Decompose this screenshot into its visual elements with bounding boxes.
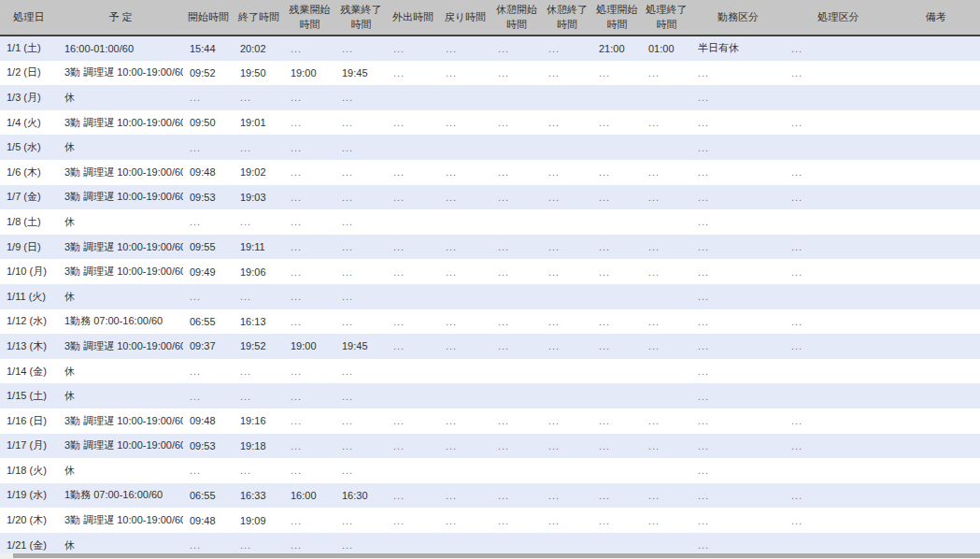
cell-ot_start: ...: [284, 160, 335, 185]
cell-biko: [892, 359, 980, 384]
cell-back: [439, 458, 491, 483]
scrollbar-thumb[interactable]: [13, 553, 980, 558]
cell-proc_end: [642, 135, 691, 160]
cell-end: 19:52: [234, 334, 284, 359]
cell-proc_end: [642, 209, 691, 235]
cell-kinmu: ...: [691, 209, 785, 235]
cell-biko: [892, 185, 980, 210]
column-header-yotei: 予 定: [58, 0, 183, 36]
cell-end: 19:01: [234, 110, 284, 136]
cell-ot_end: ...: [335, 85, 387, 110]
cell-ot_start: ...: [284, 359, 335, 384]
cell-proc_end: ...: [642, 309, 691, 335]
table-row[interactable]: 1/9 (日)3勤 調理遅 10:00-19:00/6009:5519:11..…: [0, 235, 980, 260]
column-header-proc_start: 処理開始 時間: [592, 0, 642, 36]
cell-ot_start: ...: [284, 434, 335, 459]
column-header-break_end: 休憩終了 時間: [542, 0, 592, 36]
cell-yotei: 休: [58, 383, 183, 408]
cell-back: [439, 284, 491, 309]
cell-ot_start: ...: [284, 135, 335, 160]
cell-ot_end: ...: [335, 235, 387, 260]
table-row[interactable]: 1/15 (土)休...............: [0, 383, 980, 408]
table-row[interactable]: 1/5 (水)休...............: [0, 135, 980, 160]
table-row[interactable]: 1/14 (金)休...............: [0, 359, 980, 384]
cell-proc_start: [592, 85, 642, 110]
table-row[interactable]: 1/12 (水)1勤務 07:00-16:00/6006:5516:13....…: [0, 309, 980, 335]
table-row[interactable]: 1/13 (木)3勤 調理遅 10:00-19:00/6009:3719:521…: [0, 334, 980, 359]
cell-out: ...: [387, 259, 439, 284]
table-row[interactable]: 1/19 (水)1勤務 07:00-16:00/6006:5516:3316:0…: [0, 483, 980, 509]
cell-break_end: ...: [542, 36, 592, 61]
cell-shori: ...: [785, 160, 892, 185]
cell-proc_end: ...: [642, 408, 691, 434]
cell-yotei: 3勤 調理遅 10:00-19:00/60: [58, 61, 183, 86]
table-row[interactable]: 1/18 (火)休...............: [0, 458, 980, 483]
cell-proc_end: [642, 85, 691, 110]
column-header-biko: 備考: [892, 0, 980, 36]
horizontal-scrollbar[interactable]: [0, 552, 980, 559]
cell-out: ...: [387, 36, 439, 61]
cell-start: 09:49: [183, 259, 234, 284]
cell-date: 1/6 (木): [0, 160, 58, 185]
cell-out: ...: [387, 185, 439, 210]
cell-proc_end: ...: [642, 110, 691, 136]
table-row[interactable]: 1/16 (日)3勤 調理遅 10:00-19:00/6009:4819:16.…: [0, 408, 980, 434]
cell-break_end: ...: [542, 434, 592, 459]
table-row[interactable]: 1/7 (金)3勤 調理遅 10:00-19:00/6009:5319:03..…: [0, 185, 980, 210]
table-row[interactable]: 1/1 (土)16:00-01:00/6015:4420:02.........…: [0, 36, 980, 61]
cell-ot_end: 19:45: [335, 61, 387, 86]
cell-end: 19:16: [234, 408, 284, 434]
cell-shori: ...: [785, 36, 892, 61]
cell-break_start: [491, 209, 542, 235]
cell-yotei: 休: [58, 135, 183, 160]
table-row[interactable]: 1/4 (火)3勤 調理遅 10:00-19:00/6009:5019:01..…: [0, 110, 980, 136]
cell-break_start: [491, 284, 542, 309]
cell-shori: [785, 383, 892, 408]
cell-ot_end: ...: [335, 110, 387, 136]
attendance-timesheet-screen: 処理日予 定開始時間終了時間残業開始 時間残業終了 時間外出時間戻り時間休憩開始…: [0, 0, 980, 559]
column-header-start: 開始時間: [183, 0, 234, 36]
cell-end: 19:03: [234, 185, 284, 210]
table-row[interactable]: 1/8 (土)休...............: [0, 209, 980, 235]
cell-kinmu: ...: [691, 383, 785, 408]
cell-proc_start: [592, 359, 642, 384]
cell-start: 09:48: [183, 408, 234, 434]
cell-break_start: ...: [491, 185, 542, 210]
cell-start: ...: [183, 85, 234, 110]
cell-date: 1/11 (火): [0, 284, 58, 309]
table-row[interactable]: 1/11 (火)休...............: [0, 284, 980, 309]
table-row[interactable]: 1/20 (木)3勤 調理遅 10:00-19:00/6009:4819:09.…: [0, 508, 980, 533]
cell-break_start: [491, 383, 542, 408]
cell-start: ...: [183, 458, 234, 483]
cell-start: 06:55: [183, 483, 234, 509]
cell-out: [387, 458, 439, 483]
cell-proc_start: ...: [592, 309, 642, 335]
cell-date: 1/8 (土): [0, 209, 58, 235]
cell-break_end: ...: [542, 259, 592, 284]
cell-ot_start: ...: [284, 36, 335, 61]
cell-back: ...: [439, 259, 491, 284]
cell-kinmu: 半日有休: [691, 36, 785, 61]
cell-ot_end: ...: [335, 284, 387, 309]
table-row[interactable]: 1/3 (月)休...............: [0, 85, 980, 110]
table-row[interactable]: 1/6 (木)3勤 調理遅 10:00-19:00/6009:4819:02..…: [0, 160, 980, 185]
cell-proc_start: 21:00: [592, 36, 642, 61]
cell-back: [439, 135, 491, 160]
cell-shori: ...: [785, 334, 892, 359]
table-row[interactable]: 1/10 (月)3勤 調理遅 10:00-19:00/6009:4919:06.…: [0, 259, 980, 284]
cell-kinmu: ...: [691, 85, 785, 110]
cell-shori: [785, 359, 892, 384]
table-row[interactable]: 1/2 (日)3勤 調理遅 10:00-19:00/6009:5219:5019…: [0, 61, 980, 86]
cell-back: [439, 209, 491, 235]
cell-break_start: ...: [491, 110, 542, 136]
cell-shori: ...: [785, 434, 892, 459]
cell-ot_end: ...: [335, 309, 387, 335]
table-row[interactable]: 1/17 (月)3勤 調理遅 10:00-19:00/6009:5319:18.…: [0, 434, 980, 459]
cell-break_start: ...: [491, 483, 542, 509]
cell-proc_end: ...: [642, 508, 691, 533]
cell-kinmu: ...: [691, 284, 785, 309]
cell-out: ...: [387, 508, 439, 533]
cell-yotei: 16:00-01:00/60: [58, 36, 183, 61]
column-header-kinmu: 勤務区分: [691, 0, 785, 36]
cell-back: ...: [439, 508, 491, 533]
